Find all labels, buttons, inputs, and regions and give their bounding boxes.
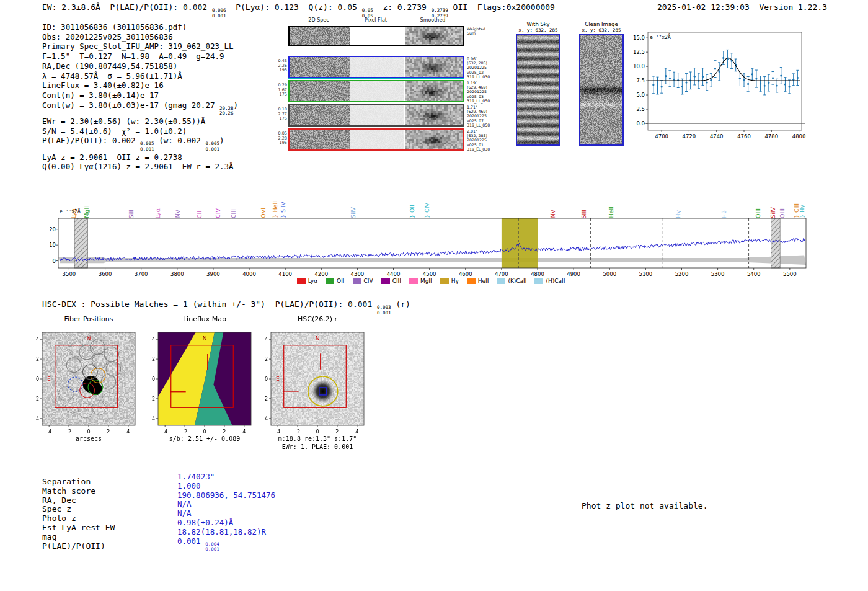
svg-text:4: 4	[126, 429, 130, 435]
fiber-circle	[69, 342, 84, 357]
spec2d-cutout-image	[290, 130, 350, 149]
full-spectrum-svg: 3500360037003800390040004100420043004400…	[50, 216, 812, 278]
spec2d-col-header: 2D Spec	[300, 17, 337, 23]
east-label: E	[47, 376, 51, 382]
with-sky-title: With Sky	[510, 21, 566, 27]
spectrum-line	[60, 238, 805, 262]
spec2d-col-header: Pixel Flat	[357, 17, 394, 23]
galaxy-blob	[311, 380, 334, 403]
fiber-positions-overlay: -4-4-2-2002244NE	[20, 322, 144, 435]
svg-text:-2: -2	[263, 396, 268, 402]
spec2d-cutout-image	[290, 105, 350, 125]
info-line: Primary Spec_Slot_IFU_AMP: 319_062_023_L…	[42, 42, 238, 51]
legend-swatch	[409, 278, 418, 284]
data-point	[788, 80, 790, 94]
gaussian-fit	[648, 58, 800, 81]
svg-text:-2: -2	[34, 396, 39, 402]
svg-text:7.5: 7.5	[636, 78, 645, 84]
svg-text:-4: -4	[46, 429, 51, 435]
legend-swatch	[381, 278, 390, 284]
svg-text:4: 4	[36, 337, 39, 342]
svg-text:0: 0	[152, 376, 155, 382]
svg-text:-2: -2	[66, 429, 71, 435]
east-label: E	[276, 376, 280, 382]
svg-text:2: 2	[265, 357, 268, 362]
spec2d-cutout-image	[290, 57, 350, 77]
lineflux-map-panel: Lineflux Map -4-4-2-2002244N s/b: 2.51 +…	[136, 314, 266, 447]
info-line: Cont(w) = 3.80(±0.03)e-17 (gmag 20.27 20…	[42, 100, 238, 117]
info-line: LineFlux = 3.40(±0.82)e-16	[42, 81, 238, 91]
data-point	[702, 68, 704, 86]
match-region-box	[55, 345, 118, 408]
stacked-fraction: 0.0040.001	[205, 542, 219, 553]
data-point	[652, 76, 655, 94]
smoothed-image	[405, 130, 463, 149]
stacked-fraction: 20.2820.26	[219, 106, 234, 117]
match-value: 190.806936, 54.751476	[177, 491, 275, 500]
svg-text:4800: 4800	[531, 271, 544, 277]
info-line: F=1.5" T=0.127 N=1.98 A=0.49 g=24.9	[42, 51, 238, 61]
match-value: 18.82(18.81,18.82)R	[177, 527, 266, 536]
data-point	[772, 72, 774, 85]
match-label: RA, Dec	[42, 496, 177, 505]
data-point	[751, 69, 753, 80]
svg-text:5100: 5100	[639, 271, 653, 277]
legend-swatch	[467, 278, 476, 284]
svg-text:0: 0	[36, 376, 39, 382]
with-sky-image	[516, 34, 560, 146]
lineflux-caption: s/b: 2.51 +/- 0.089	[146, 435, 264, 443]
svg-text:10.0: 10.0	[633, 63, 645, 69]
svg-text:5500: 5500	[783, 271, 797, 277]
svg-text:-2: -2	[150, 396, 155, 402]
main-units-label: e⁻¹⁷x2Å	[60, 209, 81, 215]
svg-text:4300: 4300	[351, 271, 365, 277]
hsc-caption-1: m:18.8 re:1.3" s:1.7"	[278, 435, 356, 442]
info-line: EWr = 2.30(±0.56) (w: 2.30(±0.55))Å	[42, 117, 238, 127]
match-row: Separation1.74023"	[42, 478, 275, 487]
spec2d-row-right-label: WeightedSum	[467, 27, 485, 35]
svg-text:4700: 4700	[655, 133, 668, 140]
match-row: P(LAE)/P(OII)0.001 0.0040.001	[42, 542, 275, 558]
hsc-captions: m:18.8 re:1.3" s:1.7"EWr: 1. PLAE: 0.001	[259, 435, 376, 451]
spec2d-row	[288, 104, 464, 127]
info-line: RA,Dec (190.807449,54.751858)	[42, 61, 238, 71]
svg-text:5400: 5400	[747, 271, 761, 277]
data-point	[660, 81, 663, 93]
stacked-fraction: 0.0060.001	[212, 8, 226, 19]
data-point	[755, 70, 758, 87]
svg-text:0: 0	[87, 429, 90, 435]
north-label: N	[203, 335, 207, 342]
legend-item: Lyα	[297, 278, 317, 284]
svg-text:4000: 4000	[242, 271, 256, 277]
data-point	[784, 78, 786, 92]
svg-text:4700: 4700	[495, 271, 508, 277]
info-line: P(LAE)/P(OII): 0.002 0.0050.001 (w: 0.00…	[42, 136, 238, 152]
info-line: Obs: 20201225v025_3011056836	[42, 32, 238, 42]
spec2d-row-right-label: 1.71"(629, 469)20201225v025_07319_LL_050	[467, 105, 490, 127]
svg-text:10: 10	[50, 242, 56, 248]
pixel-flat-image	[350, 57, 404, 77]
line-fit-svg: 0.02.55.07.510.012.515.04700472047404760…	[623, 26, 809, 150]
match-label: P(LAE)/P(OII)	[42, 542, 177, 551]
spec2d-row-left-label: 0.052.28195	[275, 131, 287, 146]
svg-text:4740: 4740	[710, 133, 724, 140]
svg-text:4800: 4800	[792, 133, 806, 140]
info-line: LyA z = 2.9061 OII z = 0.2738	[42, 153, 238, 162]
pixel-flat-image	[350, 81, 404, 101]
data-point	[677, 73, 680, 88]
fiber-circle	[66, 358, 81, 373]
pixel-flat-image	[350, 105, 404, 125]
data-point	[792, 74, 795, 86]
data-point	[657, 77, 659, 94]
svg-text:4760: 4760	[737, 133, 751, 140]
north-label: N	[316, 335, 320, 342]
legend-swatch	[497, 278, 505, 284]
svg-text:12.5: 12.5	[633, 49, 645, 55]
svg-text:0: 0	[265, 376, 268, 382]
spec2d-row	[288, 128, 464, 151]
spec2d-row-left-label: 0.291.67175	[275, 83, 287, 97]
timestamp-line: 2025-01-02 12:39:03 Version 1.22.3	[657, 2, 827, 12]
svg-text:4720: 4720	[683, 133, 696, 140]
masked-band	[771, 218, 781, 268]
data-point	[768, 74, 770, 91]
